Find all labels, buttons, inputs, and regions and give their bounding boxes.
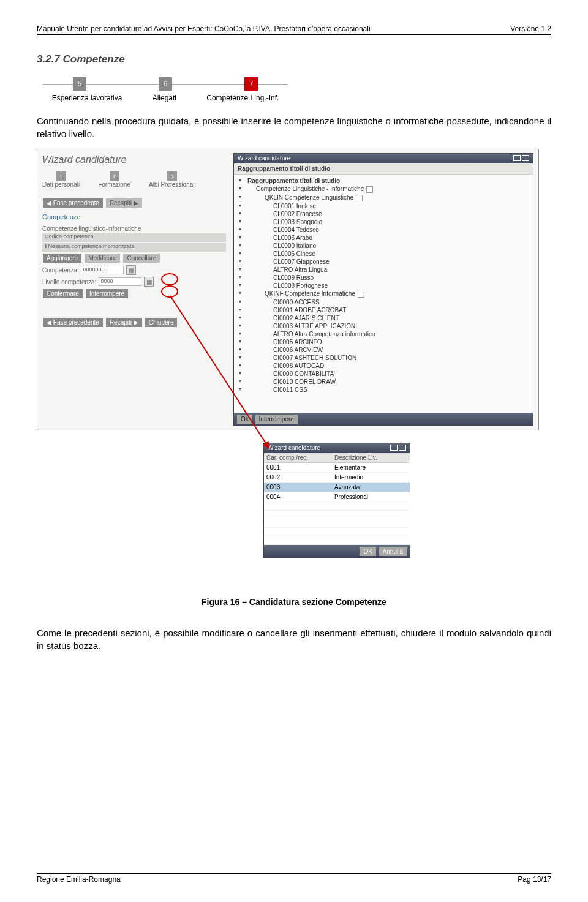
level-row-empty: [264, 511, 410, 519]
level-row-empty: [264, 536, 410, 545]
level-col1: Car. comp./req.: [264, 453, 332, 463]
tree-item[interactable]: ALTRO Altra Competenza informatica: [239, 330, 528, 338]
prev-phase-button-2[interactable]: ◀ Fase precedente: [43, 318, 103, 327]
level-popup: Wizard candidature Car. comp./req. Descr…: [263, 443, 410, 558]
level-row[interactable]: 0004Professional: [264, 492, 410, 502]
figure-block: Wizard candidature 1Dati personali2Forma…: [37, 149, 551, 626]
tree-item[interactable]: Raggruppamento titoli di studio: [239, 177, 528, 185]
step-box-5: 5: [73, 77, 86, 91]
level-col2: Descrizione Liv.: [332, 453, 401, 463]
tree-group-head: Raggruppamento titoli di studio: [234, 163, 533, 175]
tree-item[interactable]: ALTRO Altra Lingua: [239, 266, 528, 274]
level-row[interactable]: 0001Elementare: [264, 463, 410, 473]
tree-item[interactable]: CI0000 ACCESS: [239, 298, 528, 306]
prev-phase-button[interactable]: ◀ Fase precedente: [43, 198, 103, 208]
add-button[interactable]: Aggiungere: [43, 254, 81, 263]
tree-item[interactable]: CI0006 ARCVIEW: [239, 346, 528, 354]
tree-item[interactable]: CL0007 Giapponese: [239, 258, 528, 266]
tree-item[interactable]: CL0002 Francese: [239, 210, 528, 218]
step-label: Competenze Ling.-Inf.: [206, 94, 279, 102]
tree-item[interactable]: CI0009 CONTABILITA': [239, 370, 528, 378]
tree-item[interactable]: CL0003 Spagnolo: [239, 218, 528, 226]
competenza-label: Competenza:: [42, 267, 78, 274]
level-ok-button[interactable]: OK: [360, 547, 375, 556]
mini-step: 1Dati personali: [42, 171, 80, 188]
popup-ok-button[interactable]: Ok: [237, 415, 252, 424]
footer-left: Regione Emilia-Romagna: [37, 875, 121, 884]
popup-title-text: Wizard candidature: [238, 155, 290, 162]
tree-item[interactable]: CI0002 AJARIS CLIENT: [239, 314, 528, 322]
level-cancel-button[interactable]: Annulla: [379, 547, 407, 556]
level-popup-title: Wizard candidature: [268, 445, 320, 452]
step-bar: 567 Esperienza lavorativaAllegatiCompete…: [37, 77, 294, 102]
wizard-screenshot: Wizard candidature 1Dati personali2Forma…: [37, 149, 539, 430]
tree-item[interactable]: CL0000 Italiano: [239, 242, 528, 250]
modify-button[interactable]: Modificare: [85, 254, 120, 263]
livello-label: Livello competenza:: [42, 279, 96, 285]
popup-interrupt-button[interactable]: Interrompere: [255, 415, 298, 424]
close-button[interactable]: Chiudere: [145, 318, 178, 327]
tree-item[interactable]: QKINF Competenze Informatiche: [239, 290, 528, 298]
intro-text: Continuando nella procedura guidata, è p…: [37, 115, 551, 140]
page-header: Manuale Utente per candidature ad Avvisi…: [37, 24, 551, 35]
wizard-title: Wizard candidature: [42, 154, 226, 165]
tree-item[interactable]: CI0011 CSS: [239, 386, 528, 394]
step-label: Allegati: [153, 94, 176, 102]
tree-item[interactable]: Competenze Linguistiche - Informatiche: [239, 185, 528, 194]
highlight-circle-2: [161, 285, 178, 298]
tree-item[interactable]: CI0008 AUTOCAD: [239, 362, 528, 370]
livello-field[interactable]: 0000: [99, 277, 141, 286]
tree-item[interactable]: CI0005 ARCINFO: [239, 338, 528, 346]
tree-item[interactable]: CL0009 Russo: [239, 274, 528, 282]
level-row[interactable]: 0002Intermedio: [264, 473, 410, 483]
level-popup-titlebar: Wizard candidature: [264, 443, 410, 453]
tree-item[interactable]: CL0001 Inglese: [239, 202, 528, 210]
header-right: Versione 1.2: [510, 24, 551, 33]
codice-header: Codice competenza: [42, 233, 226, 242]
level-row-empty: [264, 519, 410, 528]
level-table[interactable]: Car. comp./req. Descrizione Liv. 0001Ele…: [264, 453, 410, 545]
highlight-circle-1: [161, 273, 178, 285]
tree-item[interactable]: CL0004 Tedesco: [239, 226, 528, 234]
step-box-6: 6: [159, 77, 172, 91]
recapiti-button[interactable]: Recapiti ▶: [106, 198, 142, 208]
popup-footer: Ok Interrompere: [234, 413, 533, 426]
header-left: Manuale Utente per candidature ad Avvisi…: [37, 24, 371, 33]
level-col-scroll: [401, 453, 410, 463]
delete-button[interactable]: Cancellare: [123, 254, 160, 263]
wizard-left-pane: Wizard candidature 1Dati personali2Forma…: [42, 154, 226, 328]
level-row-empty: [264, 528, 410, 536]
step-label: Esperienza lavorativa: [52, 94, 123, 102]
competenza-picker-icon[interactable]: ▦: [126, 265, 136, 275]
competenza-field[interactable]: 00000000: [81, 266, 124, 274]
recapiti-button-2[interactable]: Recapiti ▶: [106, 318, 142, 327]
page-footer: Regione Emilia-Romagna Pag 13/17: [37, 873, 551, 884]
mini-step: 2Formazione: [98, 171, 130, 188]
section-link-competenze[interactable]: Competenze: [42, 213, 226, 220]
competence-tree[interactable]: Raggruppamento titoli di studioCompetenz…: [234, 175, 533, 419]
tree-item[interactable]: CL0008 Portoghese: [239, 282, 528, 290]
outro-text: Come le precedenti sezioni, è possibile …: [37, 626, 551, 652]
info-row: ℹ Nessuna competenza memorizzata: [42, 243, 226, 252]
level-popup-icons[interactable]: [389, 445, 406, 452]
tree-item[interactable]: CL0006 Cinese: [239, 250, 528, 258]
tree-item[interactable]: CI0010 COREL DRAW: [239, 378, 528, 386]
confirm-button[interactable]: Confermare: [43, 289, 83, 298]
popup-window-icons[interactable]: [512, 155, 529, 162]
level-popup-footer: OK Annulla: [264, 545, 410, 558]
level-row[interactable]: 0003Avanzata: [264, 483, 410, 492]
interrupt-button[interactable]: Interrompere: [86, 289, 128, 298]
tree-item[interactable]: CI0001 ADOBE ACROBAT: [239, 306, 528, 314]
section-heading: 3.2.7 Competenze: [37, 53, 551, 66]
popup-titlebar: Wizard candidature: [234, 154, 533, 163]
level-row-empty: [264, 502, 410, 511]
figure-caption: Figura 16 – Candidatura sezione Competen…: [37, 597, 551, 607]
tree-item[interactable]: CL0005 Arabo: [239, 234, 528, 242]
tree-item[interactable]: CI0007 ASHTECH SOLUTION: [239, 354, 528, 362]
step-box-7: 7: [244, 77, 258, 91]
tree-item[interactable]: QKLIN Competenze Linguistiche: [239, 194, 528, 202]
tree-popup: Wizard candidature Raggruppamento titoli…: [233, 153, 533, 426]
tree-item[interactable]: CI0003 ALTRE APPLICAZIONI: [239, 322, 528, 330]
livello-picker-icon[interactable]: ▦: [144, 277, 154, 287]
mini-step: 3Albi Professionali: [149, 171, 196, 188]
